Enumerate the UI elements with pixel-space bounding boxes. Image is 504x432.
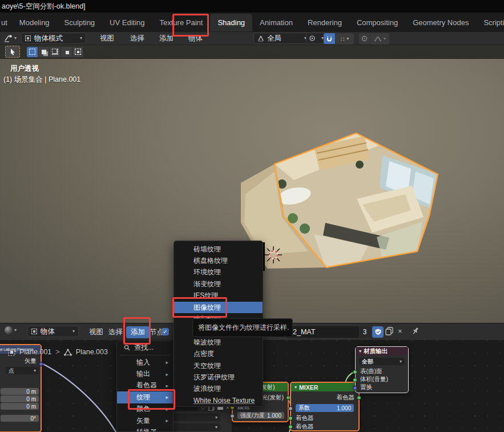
menu-item-converter[interactable]: 转换器▸	[117, 426, 173, 432]
menu-item-point-density[interactable]: 点密度	[174, 349, 263, 360]
menu-item-vector[interactable]: 矢量▸	[117, 415, 173, 426]
orientation-dropdown[interactable]: 全局 ▾	[253, 33, 311, 44]
mapping-rot-field[interactable]: 0°	[1, 415, 39, 422]
shader-menu-add[interactable]: 添加	[126, 326, 150, 338]
tab-animation[interactable]: Animation	[252, 14, 300, 31]
tab-rendering[interactable]: Rendering	[300, 14, 349, 31]
tab-modeling[interactable]: Modeling	[12, 14, 57, 31]
object-icon	[31, 329, 37, 334]
mapping-x-field[interactable]: 0 m	[1, 388, 39, 395]
mode-dropdown[interactable]: 物体模式 ▾	[21, 33, 86, 44]
menu-item-wave-texture[interactable]: 波浪纹理	[174, 383, 263, 395]
editor-type-button[interactable]: ▾	[4, 34, 17, 42]
add-node-menu: 查找... 输入▸ 输出▸ 着色器▸ 纹理▸ 颜色▸ 矢量▸ 转换器▸	[116, 341, 174, 432]
menu-object[interactable]: 物体	[183, 34, 208, 43]
object-icon	[8, 349, 15, 356]
socket-displacement-input[interactable]	[353, 386, 357, 390]
tab-compositing[interactable]: Compositing	[349, 14, 405, 31]
menu-add[interactable]: 添加	[154, 34, 179, 43]
tab-uv-editing[interactable]: UV Editing	[102, 14, 152, 31]
node-mapping[interactable]: Eye LatLong Panorama 矢量 点▾ 0 m 0 m 0 m 0…	[0, 344, 42, 432]
output-target-dropdown[interactable]: 全部▾	[359, 358, 405, 365]
3d-cursor	[265, 246, 282, 263]
unlink-material-button[interactable]: ×	[398, 327, 402, 335]
menu-view[interactable]: 视图	[94, 34, 120, 43]
shader-menu-view[interactable]: 视图	[89, 327, 103, 337]
material-name-field[interactable]: 2_MAT	[285, 326, 358, 338]
socket-volume-input[interactable]	[353, 378, 357, 382]
snap-toggle-button[interactable]	[324, 33, 335, 44]
menu-item-output[interactable]: 输出▸	[117, 368, 173, 379]
pin-button[interactable]	[412, 327, 420, 337]
menu-item-brick-texture[interactable]: 砖墙纹理	[174, 243, 263, 255]
menu-item-texture[interactable]: 纹理▸	[117, 391, 173, 403]
menu-item-shader[interactable]: 着色器▸	[117, 380, 173, 391]
node-material-output[interactable]: ▾ 材质输出 全部▾ 表(曲)面 体积(音量) 置换	[355, 346, 409, 393]
mixer-shader1-row: 着色器	[291, 415, 358, 422]
select-mode-set[interactable]	[27, 47, 38, 57]
projection-dropdown[interactable]: ▾	[171, 423, 220, 431]
menu-item-search[interactable]: 查找...	[117, 341, 173, 354]
pin-icon	[412, 327, 420, 335]
node-material-output-header[interactable]: ▾ 材质输出	[356, 347, 408, 355]
mapping-y-field[interactable]: 0 m	[1, 395, 39, 402]
tab-geometry-nodes[interactable]: Geometry Nodes	[405, 14, 476, 31]
proportional-circle-icon	[361, 35, 368, 42]
select-mode-extend[interactable]	[38, 47, 50, 57]
material-users-count[interactable]: 3	[358, 326, 371, 338]
mapping-type-dropdown[interactable]: 点▾	[6, 367, 39, 374]
collection-label: (1) 场景集合 | Plane.001	[3, 75, 80, 85]
mode-label: 物体模式	[34, 34, 63, 43]
node-mixer-header[interactable]: ▾ MIXER	[291, 383, 358, 391]
snap-with-dropdown[interactable]: ∷ ▾	[336, 33, 354, 45]
proportional-editing-toggle[interactable]	[359, 33, 370, 44]
menu-item-sky-texture[interactable]: 天空纹理	[174, 360, 263, 371]
menu-item-voronoi-texture[interactable]: 沃罗诺伊纹理	[174, 371, 263, 383]
shader-menu-select[interactable]: 选择	[108, 327, 123, 337]
mixer-fac-slider[interactable]: 系数 1.000	[296, 404, 354, 412]
tab-layout[interactable]: ut	[0, 14, 12, 31]
submenu-arrow-icon: ▸	[166, 430, 168, 432]
socket-shader2-input[interactable]	[288, 425, 293, 429]
view-perspective-label: 用户透视	[10, 64, 39, 74]
tab-shading[interactable]: Shading	[210, 14, 252, 31]
use-nodes-checkbox[interactable]: ✓	[162, 328, 169, 335]
tweak-tool-button[interactable]	[5, 46, 20, 58]
menu-select[interactable]: 选择	[124, 34, 150, 43]
tab-scripting[interactable]: Scripting	[476, 14, 504, 31]
mixer-output-row: 着色器	[291, 394, 358, 401]
socket-shader-output[interactable]	[357, 395, 361, 400]
select-mode-intersect[interactable]	[72, 47, 84, 57]
socket-fac-input[interactable]	[288, 406, 293, 411]
falloff-dropdown[interactable]: ▾	[370, 33, 389, 45]
tooltip-text: 将图像文件作为纹理进行采样.	[198, 323, 289, 333]
socket-surface-input[interactable]	[353, 370, 357, 374]
output-surface-row: 表(曲)面	[356, 368, 408, 375]
node-mixer[interactable]: ▾ MIXER 着色器 系数 1.000 着色器 着色器	[290, 382, 360, 431]
menu-item-image-texture[interactable]: 图像纹理	[174, 302, 263, 313]
menu-item-ies-texture[interactable]: IES纹理	[174, 290, 263, 302]
shader-type-dropdown[interactable]: 物体 ▾	[27, 326, 79, 337]
menu-item-noise-texture[interactable]: 噪波纹理	[174, 337, 263, 348]
socket-shader1-input[interactable]	[288, 416, 293, 421]
menu-item-input[interactable]: 输入▸	[117, 357, 173, 368]
socket-strength-input[interactable]	[230, 414, 235, 418]
select-mode-subtract[interactable]	[50, 47, 61, 57]
collapse-icon[interactable]: ▾	[359, 349, 361, 354]
menu-item-environment-texture[interactable]: 环境纹理	[174, 267, 263, 278]
shader-editor-type-button[interactable]: ▾	[5, 326, 17, 334]
menu-item-white-noise-texture[interactable]: White Noise Texture	[174, 395, 263, 406]
duplicate-material-button[interactable]	[385, 327, 394, 337]
collapse-icon[interactable]: ▾	[295, 385, 297, 390]
socket-vector-output[interactable]	[39, 362, 43, 366]
menu-item-gradient-texture[interactable]: 渐变纹理	[174, 278, 263, 290]
menu-item-color[interactable]: 颜色▸	[117, 403, 173, 415]
tab-texture-paint[interactable]: Texture Paint	[152, 14, 211, 31]
fake-user-shield-button[interactable]	[372, 326, 384, 338]
select-mode-invert[interactable]	[61, 47, 72, 57]
menu-item-checker-texture[interactable]: 棋盘格纹理	[174, 255, 263, 266]
tab-sculpting[interactable]: Sculpting	[57, 14, 102, 31]
mapping-z-field[interactable]: 0 m	[1, 403, 39, 410]
emission-strength-field[interactable]: 强度/力度 1.000	[237, 412, 284, 419]
interpolation-dropdown[interactable]: ▾	[171, 414, 220, 421]
